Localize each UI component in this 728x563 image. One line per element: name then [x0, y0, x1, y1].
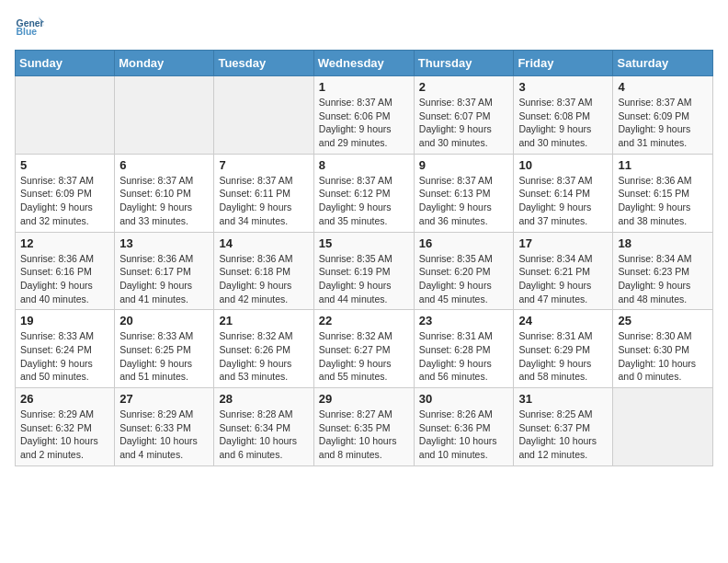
- calendar-cell: 4Sunrise: 8:37 AM Sunset: 6:09 PM Daylig…: [613, 76, 713, 155]
- calendar-cell: 31Sunrise: 8:25 AM Sunset: 6:37 PM Dayli…: [514, 388, 613, 466]
- logo-icon: General Blue: [15, 15, 44, 40]
- calendar-cell: 9Sunrise: 8:37 AM Sunset: 6:13 PM Daylig…: [414, 154, 514, 232]
- day-number: 1: [319, 80, 409, 94]
- calendar-cell: 18Sunrise: 8:34 AM Sunset: 6:23 PM Dayli…: [613, 232, 713, 310]
- day-number: 5: [20, 158, 109, 172]
- day-number: 16: [419, 236, 509, 250]
- calendar-cell: [613, 388, 713, 466]
- day-number: 12: [20, 236, 109, 250]
- day-number: 31: [518, 392, 608, 406]
- day-info: Sunrise: 8:36 AM Sunset: 6:18 PM Dayligh…: [219, 252, 308, 306]
- column-header-tuesday: Tuesday: [214, 51, 313, 76]
- column-header-saturday: Saturday: [613, 51, 713, 76]
- day-number: 29: [319, 392, 409, 406]
- calendar-cell: 10Sunrise: 8:37 AM Sunset: 6:14 PM Dayli…: [514, 154, 613, 232]
- day-number: 23: [419, 314, 509, 327]
- calendar-cell: 7Sunrise: 8:37 AM Sunset: 6:11 PM Daylig…: [214, 154, 313, 232]
- logo: General Blue: [15, 15, 44, 40]
- day-info: Sunrise: 8:34 AM Sunset: 6:23 PM Dayligh…: [618, 252, 708, 306]
- calendar-cell: 11Sunrise: 8:36 AM Sunset: 6:15 PM Dayli…: [613, 154, 713, 232]
- day-info: Sunrise: 8:33 AM Sunset: 6:25 PM Dayligh…: [119, 329, 209, 384]
- calendar-cell: 5Sunrise: 8:37 AM Sunset: 6:09 PM Daylig…: [16, 154, 115, 232]
- day-info: Sunrise: 8:37 AM Sunset: 6:06 PM Dayligh…: [319, 96, 409, 150]
- calendar-cell: 21Sunrise: 8:32 AM Sunset: 6:26 PM Dayli…: [214, 310, 313, 388]
- day-number: 6: [119, 158, 209, 172]
- day-number: 4: [618, 80, 708, 94]
- day-info: Sunrise: 8:27 AM Sunset: 6:35 PM Dayligh…: [319, 408, 409, 462]
- day-number: 25: [618, 314, 708, 327]
- day-info: Sunrise: 8:36 AM Sunset: 6:17 PM Dayligh…: [119, 252, 209, 306]
- calendar-cell: 19Sunrise: 8:33 AM Sunset: 6:24 PM Dayli…: [16, 310, 115, 388]
- day-number: 28: [219, 392, 308, 406]
- day-number: 7: [219, 158, 308, 172]
- calendar-week-row: 5Sunrise: 8:37 AM Sunset: 6:09 PM Daylig…: [16, 154, 713, 232]
- calendar-cell: 30Sunrise: 8:26 AM Sunset: 6:36 PM Dayli…: [414, 388, 514, 466]
- day-number: 14: [219, 236, 308, 250]
- day-info: Sunrise: 8:28 AM Sunset: 6:34 PM Dayligh…: [219, 408, 308, 462]
- day-info: Sunrise: 8:30 AM Sunset: 6:30 PM Dayligh…: [618, 329, 708, 384]
- column-header-wednesday: Wednesday: [313, 51, 414, 76]
- day-number: 2: [419, 80, 509, 94]
- calendar-cell: 22Sunrise: 8:32 AM Sunset: 6:27 PM Dayli…: [313, 310, 414, 388]
- day-info: Sunrise: 8:37 AM Sunset: 6:09 PM Dayligh…: [618, 96, 708, 150]
- column-header-sunday: Sunday: [16, 51, 115, 76]
- day-number: 30: [419, 392, 509, 406]
- day-info: Sunrise: 8:35 AM Sunset: 6:19 PM Dayligh…: [319, 252, 409, 306]
- calendar-cell: 16Sunrise: 8:35 AM Sunset: 6:20 PM Dayli…: [414, 232, 514, 310]
- calendar-cell: 8Sunrise: 8:37 AM Sunset: 6:12 PM Daylig…: [313, 154, 414, 232]
- day-number: 15: [319, 236, 409, 250]
- day-info: Sunrise: 8:36 AM Sunset: 6:16 PM Dayligh…: [20, 252, 109, 306]
- calendar-cell: 6Sunrise: 8:37 AM Sunset: 6:10 PM Daylig…: [115, 154, 214, 232]
- calendar-week-row: 19Sunrise: 8:33 AM Sunset: 6:24 PM Dayli…: [16, 310, 713, 388]
- day-info: Sunrise: 8:37 AM Sunset: 6:12 PM Dayligh…: [319, 174, 409, 228]
- day-info: Sunrise: 8:37 AM Sunset: 6:14 PM Dayligh…: [518, 174, 608, 228]
- column-header-thursday: Thursday: [414, 51, 514, 76]
- calendar-cell: [214, 76, 313, 155]
- column-header-monday: Monday: [115, 51, 214, 76]
- calendar-header-row: SundayMondayTuesdayWednesdayThursdayFrid…: [16, 51, 713, 76]
- day-number: 13: [119, 236, 209, 250]
- calendar-cell: 13Sunrise: 8:36 AM Sunset: 6:17 PM Dayli…: [115, 232, 214, 310]
- calendar-cell: 27Sunrise: 8:29 AM Sunset: 6:33 PM Dayli…: [115, 388, 214, 466]
- svg-text:Blue: Blue: [17, 27, 38, 37]
- calendar-cell: 23Sunrise: 8:31 AM Sunset: 6:28 PM Dayli…: [414, 310, 514, 388]
- day-info: Sunrise: 8:36 AM Sunset: 6:15 PM Dayligh…: [618, 174, 708, 228]
- page-header: General Blue: [15, 15, 713, 40]
- day-number: 3: [518, 80, 608, 94]
- calendar-cell: 24Sunrise: 8:31 AM Sunset: 6:29 PM Dayli…: [514, 310, 613, 388]
- day-number: 17: [518, 236, 608, 250]
- day-info: Sunrise: 8:31 AM Sunset: 6:29 PM Dayligh…: [518, 329, 608, 384]
- day-number: 9: [419, 158, 509, 172]
- day-info: Sunrise: 8:37 AM Sunset: 6:13 PM Dayligh…: [419, 174, 509, 228]
- calendar-cell: 29Sunrise: 8:27 AM Sunset: 6:35 PM Dayli…: [313, 388, 414, 466]
- calendar-cell: [115, 76, 214, 155]
- day-number: 19: [20, 314, 109, 327]
- calendar-cell: 25Sunrise: 8:30 AM Sunset: 6:30 PM Dayli…: [613, 310, 713, 388]
- day-info: Sunrise: 8:25 AM Sunset: 6:37 PM Dayligh…: [518, 408, 608, 462]
- day-info: Sunrise: 8:29 AM Sunset: 6:32 PM Dayligh…: [20, 408, 109, 462]
- calendar-cell: 12Sunrise: 8:36 AM Sunset: 6:16 PM Dayli…: [16, 232, 115, 310]
- calendar-week-row: 1Sunrise: 8:37 AM Sunset: 6:06 PM Daylig…: [16, 76, 713, 155]
- day-info: Sunrise: 8:35 AM Sunset: 6:20 PM Dayligh…: [419, 252, 509, 306]
- day-info: Sunrise: 8:32 AM Sunset: 6:26 PM Dayligh…: [219, 329, 308, 384]
- day-info: Sunrise: 8:37 AM Sunset: 6:10 PM Dayligh…: [119, 174, 209, 228]
- day-number: 24: [518, 314, 608, 327]
- calendar-cell: 3Sunrise: 8:37 AM Sunset: 6:08 PM Daylig…: [514, 76, 613, 155]
- day-info: Sunrise: 8:37 AM Sunset: 6:08 PM Dayligh…: [518, 96, 608, 150]
- day-number: 27: [119, 392, 209, 406]
- calendar-cell: 26Sunrise: 8:29 AM Sunset: 6:32 PM Dayli…: [16, 388, 115, 466]
- day-number: 21: [219, 314, 308, 327]
- day-info: Sunrise: 8:37 AM Sunset: 6:09 PM Dayligh…: [20, 174, 109, 228]
- calendar-cell: 14Sunrise: 8:36 AM Sunset: 6:18 PM Dayli…: [214, 232, 313, 310]
- day-info: Sunrise: 8:26 AM Sunset: 6:36 PM Dayligh…: [419, 408, 509, 462]
- calendar-cell: 17Sunrise: 8:34 AM Sunset: 6:21 PM Dayli…: [514, 232, 613, 310]
- calendar-cell: 20Sunrise: 8:33 AM Sunset: 6:25 PM Dayli…: [115, 310, 214, 388]
- day-number: 11: [618, 158, 708, 172]
- day-info: Sunrise: 8:37 AM Sunset: 6:07 PM Dayligh…: [419, 96, 509, 150]
- day-info: Sunrise: 8:37 AM Sunset: 6:11 PM Dayligh…: [219, 174, 308, 228]
- day-number: 18: [618, 236, 708, 250]
- day-info: Sunrise: 8:29 AM Sunset: 6:33 PM Dayligh…: [119, 408, 209, 462]
- day-number: 22: [319, 314, 409, 327]
- calendar-cell: 1Sunrise: 8:37 AM Sunset: 6:06 PM Daylig…: [313, 76, 414, 155]
- calendar-cell: [16, 76, 115, 155]
